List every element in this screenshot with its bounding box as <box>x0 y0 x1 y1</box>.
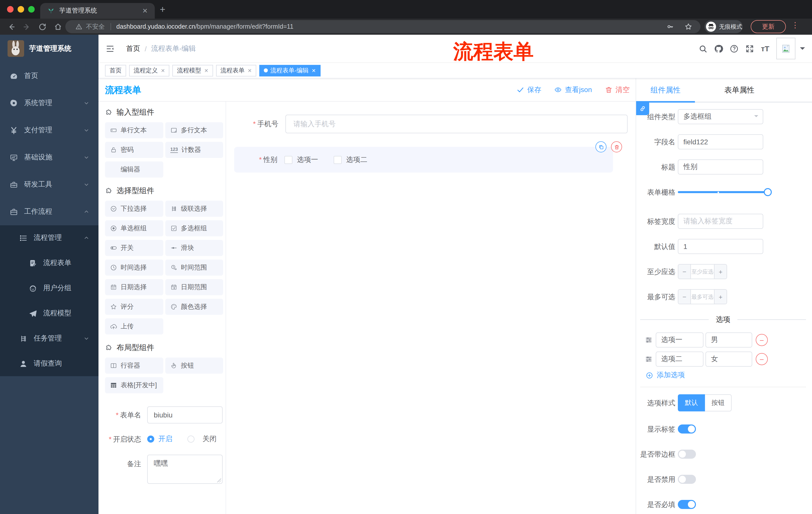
url-domain[interactable]: dashboard.yudao.iocoder.cn <box>116 23 195 30</box>
app-logo[interactable]: 芋道管理系统 <box>0 35 98 62</box>
tag-close-icon[interactable]: ✕ <box>312 67 316 73</box>
sidebar-item-user-group[interactable]: 用户分组 <box>0 276 98 301</box>
reload-icon[interactable] <box>38 22 47 31</box>
sidebar-fold-icon[interactable] <box>106 44 115 53</box>
key-icon[interactable] <box>666 23 674 31</box>
remove-option-button[interactable]: − <box>756 334 768 346</box>
component-单选框组[interactable]: 单选框组 <box>105 220 163 236</box>
status-off-label[interactable]: 关闭 <box>203 435 216 443</box>
disabled-switch[interactable] <box>678 475 696 484</box>
sidebar-item-leave-query[interactable]: 请假查询 <box>0 351 98 376</box>
font-size-icon[interactable]: тT <box>761 44 769 53</box>
breadcrumb-home[interactable]: 首页 <box>126 44 140 53</box>
sidebar-item-infra[interactable]: 基础设施 <box>0 144 98 171</box>
sidebar-item-process-model[interactable]: 流程模型 <box>0 301 98 326</box>
component-滑块[interactable]: 滑块 <box>165 240 223 256</box>
help-icon[interactable] <box>730 44 739 53</box>
tag-流程模型[interactable]: 流程模型 ✕ <box>173 64 213 76</box>
option-1-label-input[interactable]: 选项一 <box>656 332 703 348</box>
sidebar-item-process-mgmt[interactable]: 流程管理 <box>0 225 98 250</box>
increase-button[interactable]: + <box>714 265 727 279</box>
browser-update-button[interactable]: 更新 <box>751 20 786 33</box>
sidebar-item-home[interactable]: 首页 <box>0 62 98 89</box>
sidebar-item-devtool[interactable]: 研发工具 <box>0 171 98 198</box>
show-label-switch[interactable] <box>678 425 696 434</box>
close-window-button[interactable] <box>7 6 13 12</box>
tag-流程定义[interactable]: 流程定义 ✕ <box>129 64 170 76</box>
checkbox-icon[interactable] <box>284 156 292 164</box>
component-评分[interactable]: 评分 <box>105 299 163 315</box>
canvas-field-gender-selected[interactable]: *性别 选项一 选项二 <box>234 147 613 172</box>
form-name-input[interactable]: biubiu <box>147 406 223 424</box>
component-密码[interactable]: 密码 <box>105 142 163 158</box>
component-计数器[interactable]: 123计数器 <box>165 142 223 158</box>
component-颜色选择[interactable]: 颜色选择 <box>165 299 223 315</box>
status-on-radio[interactable] <box>147 436 154 442</box>
component-下拉选择[interactable]: 下拉选择 <box>105 201 163 217</box>
new-tab-button[interactable]: + <box>160 4 165 15</box>
remark-textarea[interactable]: 嘿嘿 <box>147 455 223 484</box>
form-canvas[interactable]: *手机号 请输入手机号 *性别 选项一 <box>226 102 636 514</box>
avatar[interactable] <box>776 38 795 59</box>
sidebar-item-task-mgmt[interactable]: 任务管理 <box>0 326 98 351</box>
required-switch[interactable] <box>678 500 696 509</box>
status-off-radio[interactable] <box>187 436 195 442</box>
home-icon[interactable] <box>54 22 62 31</box>
browser-menu-icon[interactable]: ⋮ <box>791 21 799 30</box>
decrease-button[interactable]: − <box>678 265 691 279</box>
remove-option-button[interactable]: − <box>756 353 768 365</box>
component-表格[开发中][interactable]: 表格[开发中] <box>105 377 163 393</box>
option-1-value-input[interactable]: 男 <box>705 332 752 348</box>
add-option-link[interactable]: 添加选项 <box>640 371 812 380</box>
copy-component-button[interactable] <box>596 141 607 153</box>
component-时间选择[interactable]: 时间选择 <box>105 260 163 276</box>
tag-close-icon[interactable]: ✕ <box>248 67 252 73</box>
status-on-label[interactable]: 开启 <box>158 435 172 443</box>
slider-handle[interactable] <box>764 188 772 196</box>
component-多选框组[interactable]: 多选框组 <box>165 220 223 236</box>
component-按钮[interactable]: 按钮 <box>165 358 223 374</box>
url-path[interactable]: /bpm/manager/form/edit?formId=11 <box>195 23 293 30</box>
tag-首页[interactable]: 首页 <box>105 64 126 76</box>
decrease-button[interactable]: − <box>678 290 691 304</box>
minimize-window-button[interactable] <box>18 6 24 12</box>
fullscreen-icon[interactable] <box>746 44 754 53</box>
not-secure-warning-icon[interactable] <box>76 23 82 30</box>
sidebar-item-system[interactable]: 系统管理 <box>0 89 98 117</box>
not-secure-label[interactable]: 不安全 <box>86 22 105 31</box>
tab-close-icon[interactable]: ✕ <box>140 7 150 15</box>
component-编辑器[interactable]: 编辑器 <box>105 161 163 178</box>
browser-tab[interactable]: 芋道管理系统 ✕ <box>40 3 155 19</box>
save-button[interactable]: 保存 <box>517 85 542 94</box>
github-icon[interactable] <box>714 44 723 53</box>
component-type-select[interactable]: 多选框组 <box>678 109 763 124</box>
field-name-input[interactable]: field122 <box>678 134 763 150</box>
label-width-input[interactable]: 请输入标签宽度 <box>678 214 763 229</box>
maximize-window-button[interactable] <box>28 6 35 12</box>
option-style-option-按钮[interactable]: 按钮 <box>705 394 732 411</box>
forward-icon[interactable] <box>23 22 31 31</box>
component-行容器[interactable]: 行容器 <box>105 358 163 374</box>
view-json-button[interactable]: 查看json <box>554 85 592 94</box>
with-border-switch[interactable] <box>678 450 696 459</box>
option-2-label-input[interactable]: 选项二 <box>656 352 703 367</box>
component-上传[interactable]: 上传 <box>105 318 163 334</box>
back-icon[interactable] <box>7 22 16 31</box>
sidebar-item-workflow[interactable]: 工作流程 <box>0 198 98 225</box>
address-bar[interactable]: 不安全 dashboard.yudao.iocoder.cn/bpm/manag… <box>65 20 700 33</box>
increase-button[interactable]: + <box>714 290 727 304</box>
min-select-value[interactable]: 至少应选 <box>691 265 714 279</box>
sidebar-item-process-form[interactable]: 流程表单 <box>0 250 98 276</box>
component-多行文本[interactable]: 多行文本 <box>165 122 223 138</box>
clear-button[interactable]: 清空 <box>605 85 630 94</box>
props-tab-组件属性[interactable]: 组件属性 <box>636 78 695 102</box>
canvas-field-phone[interactable]: *手机号 请输入手机号 <box>226 115 636 133</box>
component-单行文本[interactable]: 单行文本 <box>105 122 163 138</box>
search-icon[interactable] <box>699 44 708 53</box>
component-日期选择[interactable]: 日期选择 <box>105 279 163 295</box>
drag-handle-icon[interactable] <box>645 355 653 363</box>
checkbox-icon[interactable] <box>334 156 342 164</box>
avatar-caret-down-icon[interactable] <box>800 47 805 52</box>
phone-input[interactable]: 请输入手机号 <box>285 115 628 133</box>
gender-option-1[interactable]: 选项一 <box>284 155 318 164</box>
